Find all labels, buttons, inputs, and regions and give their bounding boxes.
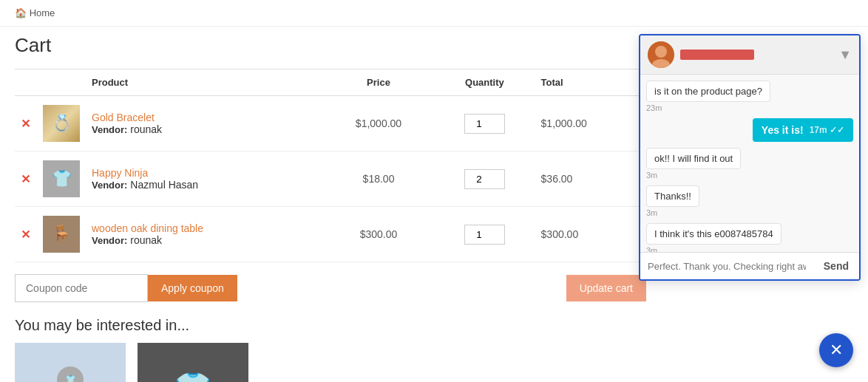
total-cell: $1,000.00 (535, 96, 646, 151)
vendor-label: Vendor: (92, 235, 127, 246)
quantity-input[interactable] (464, 114, 505, 134)
chat-input-row: Send (640, 252, 859, 279)
product-img: 🪑 (43, 216, 80, 253)
chat-message-right: Yes it is! 17m ✓✓ (646, 118, 853, 142)
interested-section: You may be interested in... 👕 👕 (15, 317, 646, 382)
table-row: ✕ 💍 Gold Bracelet Vendor: rounak $1,000.… (15, 96, 646, 151)
product-img: 👕 (43, 160, 80, 197)
vendor-label: Vendor: (92, 124, 127, 135)
interested-title: You may be interested in... (15, 317, 646, 334)
chat-message-left: I think it's this e0087485784 3m (646, 223, 853, 252)
cart-section: Cart Product Price Quantity Total ✕ 💍 (15, 34, 646, 382)
col-total: Total (535, 69, 646, 96)
vendor-label: Vendor: (92, 180, 127, 191)
home-icon: 🏠 (15, 7, 27, 18)
product-name-link[interactable]: Happy Ninja (92, 167, 148, 179)
col-price: Price (323, 69, 434, 96)
chat-fab-icon: ✕ (830, 341, 843, 360)
price-cell: $300.00 (323, 207, 434, 262)
breadcrumb: 🏠 Home (0, 0, 868, 27)
chat-name-bar (680, 50, 754, 60)
chat-message-left: ok!! I will find it out 3m (646, 148, 853, 180)
remove-button[interactable]: ✕ (21, 228, 30, 241)
quantity-input[interactable] (464, 169, 505, 189)
vendor-name: rounak (130, 234, 162, 246)
chat-message-left: Thanks!! 3m (646, 185, 853, 217)
col-product: Product (86, 69, 323, 96)
chat-send-button[interactable]: Send (813, 253, 859, 279)
chat-bubble-left: I think it's this e0087485784 (646, 223, 781, 245)
chat-time-left: 3m (646, 171, 657, 180)
chat-scroll-indicator[interactable]: ▼ (838, 47, 852, 63)
table-row: ✕ 🪑 wooden oak dining table Vendor: roun… (15, 207, 646, 262)
chat-text-input[interactable] (640, 253, 813, 279)
chat-bubble-left: Thanks!! (646, 185, 699, 207)
chat-time-left: 3m (646, 208, 657, 217)
coupon-input[interactable] (15, 274, 148, 302)
product-img: 💍 (43, 105, 80, 142)
total-cell: $300.00 (535, 207, 646, 262)
total-cell: $36.00 (535, 151, 646, 207)
col-quantity: Quantity (434, 69, 535, 96)
remove-button[interactable]: ✕ (21, 173, 30, 185)
product-name-link[interactable]: wooden oak dining table (92, 222, 203, 234)
chat-time-left: 3m (646, 246, 657, 252)
vendor-name: rounak (130, 123, 162, 135)
chat-time-left: 23m (646, 103, 662, 112)
table-row: ✕ 👕 Happy Ninja Vendor: Nazmul Hasan $18… (15, 151, 646, 207)
apply-coupon-button[interactable]: Apply coupon (148, 275, 237, 301)
home-link[interactable]: Home (30, 7, 55, 18)
interested-item-img-1: 👕 (15, 343, 126, 382)
cart-title: Cart (15, 34, 646, 57)
interested-items: 👕 👕 (15, 343, 646, 382)
svg-point-3 (655, 46, 667, 58)
chat-bubble-right: Yes it is! 17m ✓✓ (753, 118, 853, 142)
chat-avatar (648, 41, 674, 68)
sidebar: Search Recent Hello wo... Recent tarun o… (661, 34, 853, 382)
coupon-row: Apply coupon Update cart (15, 274, 646, 302)
update-cart-button[interactable]: Update cart (566, 275, 646, 301)
chat-fab-button[interactable]: ✕ (819, 333, 853, 367)
vendor-name: Nazmul Hasan (130, 179, 198, 191)
product-name-link[interactable]: Gold Bracelet (92, 112, 155, 123)
interested-item-1: 👕 (15, 343, 126, 382)
quantity-input[interactable] (464, 225, 505, 245)
remove-button[interactable]: ✕ (21, 117, 30, 130)
price-cell: $18.00 (323, 151, 434, 207)
svg-text:👕: 👕 (65, 374, 76, 382)
chat-bubble-left: is it on the product page? (646, 81, 770, 102)
chat-header: ▼ (640, 35, 859, 75)
chat-time-right: 17m ✓✓ (810, 125, 844, 135)
chat-messages: is it on the product page? 23m Yes it is… (640, 75, 859, 252)
chat-overlay: ▼ is it on the product page? 23m Yes it … (639, 34, 861, 281)
chat-message-left: is it on the product page? 23m (646, 81, 853, 112)
interested-item-img-2: 👕 (138, 343, 248, 382)
interested-item-2: 👕 (138, 343, 248, 382)
cart-table: Product Price Quantity Total ✕ 💍 Gold Br… (15, 69, 646, 262)
chat-bubble-left: ok!! I will find it out (646, 148, 741, 169)
price-cell: $1,000.00 (323, 96, 434, 151)
